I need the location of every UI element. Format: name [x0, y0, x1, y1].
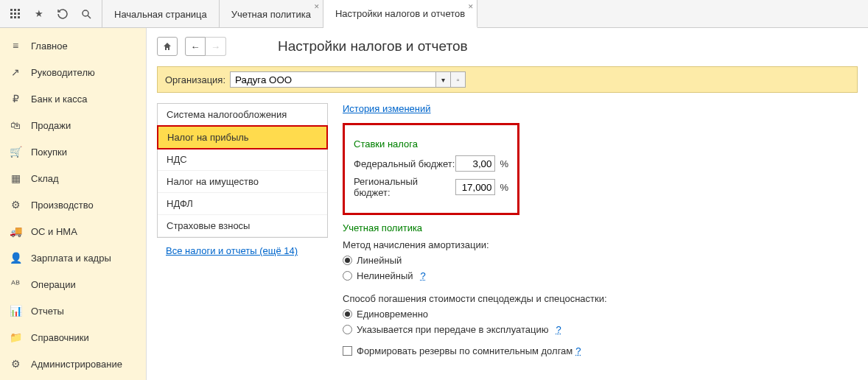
amort-nonlinear-row[interactable]: Нелинейный ?	[343, 270, 858, 281]
history-icon[interactable]	[52, 3, 74, 25]
person-icon: 👤	[9, 251, 22, 264]
sidebar-item-hr[interactable]: 👤Зарплата и кадры	[0, 244, 146, 271]
sidebar-item-reports[interactable]: 📊Отчеты	[0, 298, 146, 324]
radio-label: Нелинейный	[357, 270, 413, 281]
home-button[interactable]	[157, 37, 178, 56]
spec-once-row[interactable]: Единовременно	[343, 309, 858, 320]
star-icon[interactable]: ★	[28, 3, 50, 25]
nav-item-property-tax[interactable]: Налог на имущество	[158, 171, 327, 193]
nav-item-vat[interactable]: НДС	[158, 149, 327, 171]
tab-tax-settings[interactable]: Настройки налогов и отчетов✕	[323, 0, 477, 28]
help-icon[interactable]: ?	[421, 270, 426, 281]
page-title: Настройки налогов и отчетов	[278, 38, 468, 54]
tab-label: Учетная политика	[231, 9, 311, 20]
forward-button[interactable]: →	[206, 37, 226, 56]
svg-rect-0	[10, 9, 13, 11]
sidebar-item-production[interactable]: ⚙Производство	[0, 191, 146, 218]
search-icon[interactable]	[75, 3, 97, 25]
nav-item-profit-tax[interactable]: Налог на прибыль	[157, 125, 328, 149]
content-area: ← → Настройки налогов и отчетов Организа…	[147, 28, 868, 380]
org-input[interactable]	[230, 71, 436, 88]
radio-nonlinear[interactable]	[343, 271, 352, 281]
sidebar-item-label: Администрирование	[31, 359, 122, 370]
content-header: ← → Настройки налогов и отчетов	[157, 37, 858, 56]
sidebar-item-bank[interactable]: ₽Банк и касса	[0, 85, 146, 112]
sidebar-item-main[interactable]: ≡Главное	[0, 32, 146, 59]
tab-home[interactable]: Начальная страница	[102, 0, 220, 28]
tab-label: Начальная страница	[114, 9, 207, 20]
sidebar-item-operations[interactable]: ᴬᴮОперации	[0, 271, 146, 298]
close-icon[interactable]: ✕	[314, 3, 320, 10]
all-taxes-link[interactable]: Все налоги и отчеты (ещё 14)	[157, 238, 328, 264]
sidebar-item-manager[interactable]: ↗Руководителю	[0, 59, 146, 85]
amort-linear-row[interactable]: Линейный	[343, 255, 858, 266]
org-label: Организация:	[165, 74, 225, 85]
nav-menu-wrapper: Система налогообложения Налог на прибыль…	[157, 103, 328, 356]
cog-icon: ⚙	[9, 198, 22, 211]
org-select: ▾ ▫	[230, 71, 466, 88]
sidebar-item-label: Производство	[31, 200, 94, 211]
gear-icon: ⚙	[9, 357, 22, 370]
sidebar-item-label: Зарплата и кадры	[31, 253, 111, 264]
apps-icon[interactable]	[4, 3, 27, 25]
tax-rates-box: Ставки налога Федеральный бюджет: % Реги…	[343, 123, 519, 215]
sidebar-item-label: Справочники	[31, 332, 89, 343]
svg-rect-3	[10, 13, 13, 15]
main-layout: ≡Главное ↗Руководителю ₽Банк и касса 🛍Пр…	[0, 28, 868, 380]
radio-once[interactable]	[343, 309, 352, 319]
back-button[interactable]: ←	[185, 37, 206, 56]
svg-line-10	[88, 15, 91, 18]
federal-rate-input[interactable]	[455, 155, 495, 172]
sidebar-item-warehouse[interactable]: ▦Склад	[0, 165, 146, 191]
open-button[interactable]: ▫	[451, 71, 466, 88]
grid-icon: ▦	[9, 172, 22, 185]
svg-rect-5	[18, 13, 20, 15]
sidebar: ≡Главное ↗Руководителю ₽Банк и касса 🛍Пр…	[0, 28, 147, 380]
sidebar-item-label: Руководителю	[31, 67, 95, 78]
regional-rate-input[interactable]	[455, 179, 495, 195]
close-icon[interactable]: ✕	[468, 3, 474, 10]
tab-label: Настройки налогов и отчетов	[335, 8, 465, 19]
ruble-icon: ₽	[9, 92, 22, 105]
sidebar-item-label: ОС и НМА	[31, 226, 77, 237]
help-icon[interactable]: ?	[575, 345, 581, 356]
dropdown-button[interactable]: ▾	[436, 71, 451, 88]
truck-icon: 🚚	[9, 225, 22, 238]
sidebar-item-assets[interactable]: 🚚ОС и НМА	[0, 218, 146, 244]
sidebar-item-label: Продажи	[31, 120, 71, 131]
cart-icon: 🛒	[9, 145, 22, 158]
menu-icon: ≡	[9, 39, 22, 52]
help-icon[interactable]: ?	[556, 324, 561, 335]
radio-label: Линейный	[357, 255, 402, 266]
radio-transfer[interactable]	[343, 325, 352, 334]
reserves-row[interactable]: Формировать резервы по сомнительным долг…	[343, 345, 858, 356]
nav-item-tax-system[interactable]: Система налогообложения	[158, 104, 327, 126]
federal-rate-row: Федеральный бюджет: %	[354, 155, 508, 172]
report-icon: 📊	[9, 304, 22, 317]
sidebar-item-label: Банк и касса	[31, 94, 88, 105]
percent-label: %	[500, 182, 508, 193]
content-body: Система налогообложения Налог на прибыль…	[157, 103, 858, 356]
sidebar-item-label: Главное	[31, 41, 68, 52]
chart-icon: ↗	[9, 66, 22, 79]
svg-rect-1	[14, 9, 16, 11]
nav-item-ndfl[interactable]: НДФЛ	[158, 193, 327, 215]
sidebar-item-admin[interactable]: ⚙Администрирование	[0, 351, 146, 377]
percent-label: %	[500, 158, 508, 169]
tab-policy[interactable]: Учетная политика✕	[220, 0, 323, 28]
sidebar-item-directories[interactable]: 📁Справочники	[0, 324, 146, 351]
svg-rect-2	[18, 9, 20, 11]
nav-item-insurance[interactable]: Страховые взносы	[158, 215, 327, 237]
rates-title: Ставки налога	[354, 138, 508, 149]
reserves-checkbox[interactable]	[343, 346, 352, 356]
history-link[interactable]: История изменений	[343, 103, 431, 114]
svg-rect-4	[14, 13, 16, 15]
spec-transfer-row[interactable]: Указывается при передаче в эксплуатацию …	[343, 324, 858, 335]
radio-linear[interactable]	[343, 256, 352, 265]
regional-rate-row: Региональный бюджет: %	[354, 176, 508, 198]
sidebar-item-sales[interactable]: 🛍Продажи	[0, 112, 146, 138]
detail-panel: История изменений Ставки налога Федераль…	[343, 103, 858, 356]
sidebar-item-purchases[interactable]: 🛒Покупки	[0, 138, 146, 165]
spec-label: Способ погашения стоимости спецодежды и …	[343, 293, 858, 304]
amort-label: Метод начисления амортизации:	[343, 239, 858, 250]
